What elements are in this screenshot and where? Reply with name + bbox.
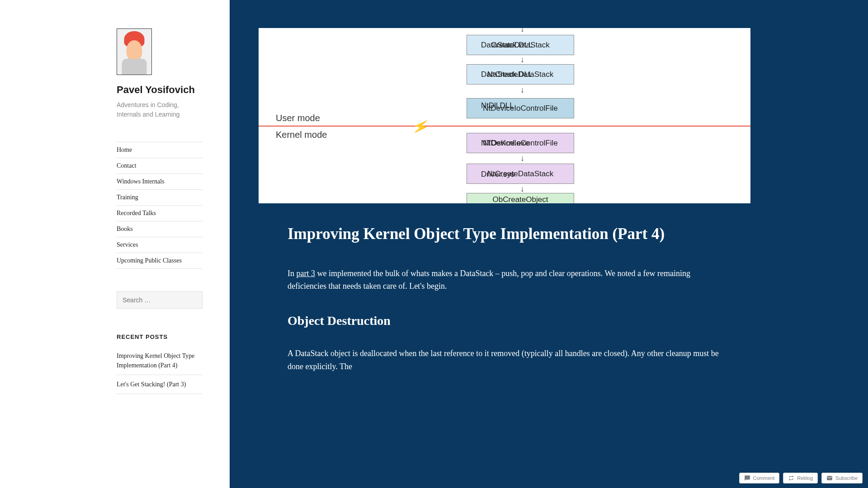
nav-item-windows-internals: Windows Internals	[117, 174, 203, 190]
article-intro: In part 3 we implemented the bulk of wha…	[288, 267, 722, 293]
recent-posts-heading: RECENT POSTS	[117, 333, 203, 340]
kernel-mode-label: Kernel mode	[276, 130, 327, 140]
nav-link-contact[interactable]: Contact	[117, 158, 203, 174]
footer-actions: Comment Reblog Subscribe	[739, 473, 863, 483]
part-3-link[interactable]: part 3	[297, 269, 315, 278]
diagram-label: DataStack.DLL	[481, 70, 533, 79]
nav-link-books[interactable]: Books	[117, 221, 203, 237]
recent-post-item: Improving Kernel Object Type Implementat…	[117, 351, 203, 375]
mode-divider	[259, 126, 750, 127]
reblog-icon	[788, 475, 794, 481]
site-tagline: Adventures in Coding, Internals and Lear…	[117, 100, 203, 119]
avatar[interactable]	[117, 28, 152, 75]
diagram-label: DataStack.DLL	[481, 41, 533, 50]
subscribe-icon	[826, 475, 833, 481]
nav-item-contact: Contact	[117, 158, 203, 174]
section-body: A DataStack object is deallocated when t…	[288, 347, 722, 373]
site-title-link[interactable]: Pavel Yosifovich	[117, 84, 195, 95]
diagram-box: ObCreateObject	[467, 193, 574, 203]
main-content: CreateDataStack NtCreateDataStack NtDevi…	[230, 0, 868, 488]
subscribe-button[interactable]: Subscribe	[821, 473, 863, 483]
nav-link-windows-internals[interactable]: Windows Internals	[117, 174, 203, 189]
subscribe-label: Subscribe	[835, 475, 858, 481]
avatar-image	[117, 29, 151, 75]
nav-item-home: Home	[117, 142, 203, 158]
nav-link-services[interactable]: Services	[117, 237, 203, 253]
arrow-down-icon: ↓	[520, 85, 524, 95]
nav-link-upcoming-classes[interactable]: Upcoming Public Classes	[117, 253, 203, 268]
intro-text: we implemented the bulk of whats makes a…	[288, 269, 690, 291]
arrow-down-icon: ↓	[520, 55, 524, 65]
recent-post-item: Let's Get Stacking! (Part 3)	[117, 375, 203, 394]
nav-link-recorded-talks[interactable]: Recorded Talks	[117, 206, 203, 221]
comment-label: Comment	[753, 475, 775, 481]
recent-post-link[interactable]: Let's Get Stacking! (Part 3)	[117, 381, 186, 388]
featured-diagram: CreateDataStack NtCreateDataStack NtDevi…	[259, 28, 750, 203]
article-title: Improving Kernel Object Type Implementat…	[288, 224, 722, 244]
arrow-down-icon: ↓	[520, 28, 524, 34]
search-input[interactable]	[117, 291, 203, 309]
diagram-label: Driver.sys	[481, 170, 515, 179]
reblog-button[interactable]: Reblog	[783, 473, 818, 483]
comment-icon	[744, 475, 750, 481]
intro-text: In	[288, 269, 297, 278]
nav-item-books: Books	[117, 221, 203, 237]
nav-link-training[interactable]: Training	[117, 190, 203, 205]
article: Improving Kernel Object Type Implementat…	[259, 203, 750, 373]
arrow-down-icon: ↓	[520, 154, 524, 163]
diagram-label: NTOsKrnl.exe	[481, 139, 529, 148]
nav-item-recorded-talks: Recorded Talks	[117, 206, 203, 221]
nav-menu: Home Contact Windows Internals Training …	[117, 142, 203, 269]
nav-item-upcoming-classes: Upcoming Public Classes	[117, 253, 203, 269]
site-title: Pavel Yosifovich	[117, 84, 203, 96]
nav-link-home[interactable]: Home	[117, 142, 203, 158]
lightning-icon: ⚡	[410, 117, 431, 136]
diagram-label: NtDll.DLL	[481, 101, 514, 110]
recent-post-link[interactable]: Improving Kernel Object Type Implementat…	[117, 352, 195, 369]
arrow-down-icon: ↓	[520, 184, 524, 194]
user-mode-label: User mode	[276, 113, 320, 123]
comment-button[interactable]: Comment	[739, 473, 780, 483]
reblog-label: Reblog	[797, 475, 813, 481]
sidebar: Pavel Yosifovich Adventures in Coding, I…	[0, 0, 230, 488]
recent-posts-list: Improving Kernel Object Type Implementat…	[117, 351, 203, 394]
nav-item-services: Services	[117, 237, 203, 253]
article-body: In part 3 we implemented the bulk of wha…	[288, 267, 722, 373]
nav-item-training: Training	[117, 190, 203, 206]
section-title: Object Destruction	[288, 311, 722, 331]
